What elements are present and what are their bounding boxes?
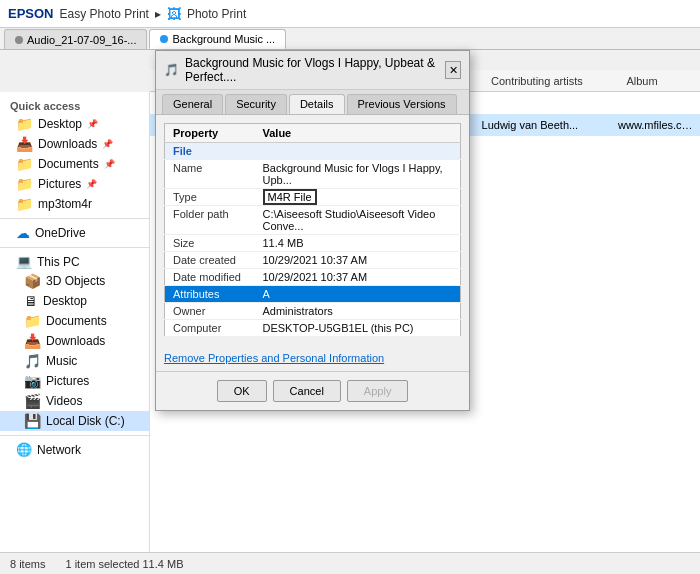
section-file-label: File xyxy=(165,143,461,160)
dialog-tabs: General Security Details Previous Versio… xyxy=(156,90,469,115)
sidebar-label-3d-objects: 3D Objects xyxy=(46,274,105,288)
sidebar-label-music: Music xyxy=(46,354,77,368)
prop-name-computer: Computer xyxy=(165,320,255,337)
prop-row-date-modified: Date modified 10/29/2021 10:37 AM xyxy=(165,269,461,286)
prop-row-name: Name Background Music for Vlogs I Happy,… xyxy=(165,160,461,189)
sidebar-label-desktop: Desktop xyxy=(38,117,82,131)
properties-table: Property Value File Name Background Musi… xyxy=(164,123,461,337)
prop-value-folder: C:\Aiseesoft Studio\Aiseesoft Video Conv… xyxy=(255,206,461,235)
apply-button[interactable]: Apply xyxy=(347,380,409,402)
prop-name-date-created: Date created xyxy=(165,252,255,269)
prop-name-owner: Owner xyxy=(165,303,255,320)
sidebar-label-videos: Videos xyxy=(46,394,82,408)
downloads2-icon: 📥 xyxy=(24,333,41,349)
mp3tom4r-icon: 📁 xyxy=(16,196,33,212)
local-disk-icon: 💾 xyxy=(24,413,41,429)
prop-row-owner: Owner Administrators xyxy=(165,303,461,320)
selected-info: 1 item selected 11.4 MB xyxy=(65,558,183,570)
tab-background-label: Background Music ... xyxy=(172,33,275,45)
pin-icon-documents: 📌 xyxy=(104,159,115,169)
prop-row-attributes: Attributes A xyxy=(165,286,461,303)
prop-name-attributes: Attributes xyxy=(165,286,255,303)
sidebar-item-desktop2[interactable]: 🖥 Desktop xyxy=(0,291,149,311)
tab-dot-background xyxy=(160,35,168,43)
sidebar-item-documents[interactable]: 📁 Documents 📌 xyxy=(0,154,149,174)
music-icon: 🎵 xyxy=(24,353,41,369)
prop-value-computer: DESKTOP-U5GB1EL (this PC) xyxy=(255,320,461,337)
prop-row-size: Size 11.4 MB xyxy=(165,235,461,252)
videos-icon: 🎬 xyxy=(24,393,41,409)
prop-value-type: M4R File xyxy=(255,189,461,206)
tab-background[interactable]: Background Music ... xyxy=(149,29,286,49)
type-value-highlight: M4R File xyxy=(263,189,317,205)
sidebar-label-pictures2: Pictures xyxy=(46,374,89,388)
tab-previous-versions[interactable]: Previous Versions xyxy=(347,94,457,114)
col-value: Value xyxy=(255,124,461,143)
sidebar-label-this-pc: This PC xyxy=(37,255,80,269)
sidebar-item-this-pc[interactable]: 💻 This PC xyxy=(0,252,149,271)
sidebar: Quick access 📁 Desktop 📌 📥 Downloads 📌 📁… xyxy=(0,92,150,552)
dialog-buttons: OK Cancel Apply xyxy=(156,371,469,410)
properties-dialog: 🎵 Background Music for Vlogs I Happy, Up… xyxy=(155,50,470,411)
sidebar-label-desktop2: Desktop xyxy=(43,294,87,308)
prop-row-date-created: Date created 10/29/2021 10:37 AM xyxy=(165,252,461,269)
section-file: File xyxy=(165,143,461,160)
tab-details[interactable]: Details xyxy=(289,94,345,114)
sidebar-label-local-disk: Local Disk (C:) xyxy=(46,414,125,428)
col-album[interactable]: Album xyxy=(618,75,696,87)
desktop-icon: 📁 xyxy=(16,116,33,132)
sidebar-item-local-disk[interactable]: 💾 Local Disk (C:) xyxy=(0,411,149,431)
sidebar-label-onedrive: OneDrive xyxy=(35,226,86,240)
prop-name-type: Type xyxy=(165,189,255,206)
dialog-titlebar: 🎵 Background Music for Vlogs I Happy, Up… xyxy=(156,51,469,90)
prop-name-size: Size xyxy=(165,235,255,252)
3d-objects-icon: 📦 xyxy=(24,273,41,289)
sidebar-item-music[interactable]: 🎵 Music xyxy=(0,351,149,371)
prop-value-date-modified: 10/29/2021 10:37 AM xyxy=(255,269,461,286)
sidebar-item-documents2[interactable]: 📁 Documents xyxy=(0,311,149,331)
sidebar-item-mp3tom4r[interactable]: 📁 mp3tom4r xyxy=(0,194,149,214)
pin-icon-pictures: 📌 xyxy=(86,179,97,189)
sidebar-label-downloads2: Downloads xyxy=(46,334,105,348)
prop-value-owner: Administrators xyxy=(255,303,461,320)
tab-audio-label: Audio_21-07-09_16-... xyxy=(27,34,136,46)
sidebar-divider-1 xyxy=(0,218,149,219)
sidebar-divider-2 xyxy=(0,247,149,248)
sidebar-item-downloads[interactable]: 📥 Downloads 📌 xyxy=(0,134,149,154)
sidebar-label-downloads: Downloads xyxy=(38,137,97,151)
pictures-icon: 📁 xyxy=(16,176,33,192)
sidebar-item-pictures2[interactable]: 📷 Pictures xyxy=(0,371,149,391)
dialog-file-icon: 🎵 xyxy=(164,63,179,77)
pictures2-icon: 📷 xyxy=(24,373,41,389)
prop-value-name: Background Music for Vlogs I Happy, Upb.… xyxy=(255,160,461,189)
desktop2-icon: 🖥 xyxy=(24,293,38,309)
tab-dot-audio xyxy=(15,36,23,44)
network-icon: 🌐 xyxy=(16,442,32,457)
col-artist[interactable]: Contributing artists xyxy=(483,75,618,87)
sidebar-item-3d-objects[interactable]: 📦 3D Objects xyxy=(0,271,149,291)
tab-security[interactable]: Security xyxy=(225,94,287,114)
remove-properties-link[interactable]: Remove Properties and Personal Informati… xyxy=(164,352,384,364)
sidebar-item-pictures[interactable]: 📁 Pictures 📌 xyxy=(0,174,149,194)
prop-name-date-modified: Date modified xyxy=(165,269,255,286)
app-title: Easy Photo Print xyxy=(60,7,149,21)
sidebar-item-videos[interactable]: 🎬 Videos xyxy=(0,391,149,411)
sidebar-divider-3 xyxy=(0,435,149,436)
prop-value-attributes: A xyxy=(255,286,461,303)
dialog-close-button[interactable]: ✕ xyxy=(445,61,461,79)
sidebar-item-desktop[interactable]: 📁 Desktop 📌 xyxy=(0,114,149,134)
epson-logo: EPSON xyxy=(8,6,54,21)
tab-general[interactable]: General xyxy=(162,94,223,114)
sidebar-label-network: Network xyxy=(37,443,81,457)
prop-value-size: 11.4 MB xyxy=(255,235,461,252)
arrow-icon: ▸ xyxy=(155,7,161,21)
prop-row-computer: Computer DESKTOP-U5GB1EL (this PC) xyxy=(165,320,461,337)
sidebar-item-onedrive[interactable]: ☁ OneDrive xyxy=(0,223,149,243)
tab-audio[interactable]: Audio_21-07-09_16-... xyxy=(4,29,147,49)
sidebar-label-pictures: Pictures xyxy=(38,177,81,191)
sidebar-item-downloads2[interactable]: 📥 Downloads xyxy=(0,331,149,351)
ok-button[interactable]: OK xyxy=(217,380,267,402)
sidebar-label-documents2: Documents xyxy=(46,314,107,328)
cancel-button[interactable]: Cancel xyxy=(273,380,341,402)
sidebar-item-network[interactable]: 🌐 Network xyxy=(0,440,149,459)
